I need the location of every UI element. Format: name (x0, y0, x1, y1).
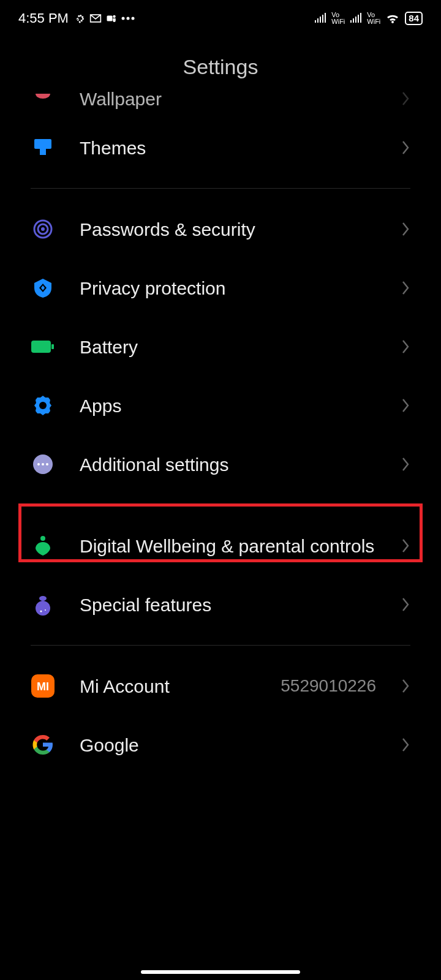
svg-rect-5 (34, 139, 51, 149)
flask-icon (31, 592, 55, 617)
svg-rect-10 (31, 341, 51, 353)
item-label: Battery (80, 335, 376, 359)
item-label: Additional settings (80, 453, 376, 477)
settings-item-apps[interactable]: Apps (0, 376, 441, 435)
mi-icon: MI (31, 674, 55, 698)
settings-item-privacy[interactable]: Privacy protection (0, 258, 441, 317)
chevron-right-icon (401, 90, 410, 107)
settings-item-wallpaper[interactable]: Wallpaper (0, 86, 441, 118)
themes-icon (31, 135, 55, 160)
status-left: 4:55 PM (18, 10, 135, 26)
svg-rect-6 (40, 149, 46, 155)
chevron-right-icon (401, 338, 410, 355)
svg-text:MI: MI (37, 680, 49, 693)
svg-point-16 (46, 463, 48, 466)
chevron-right-icon (401, 596, 410, 613)
settings-item-digital-wellbeing[interactable]: Digital Wellbeing & parental controls (0, 516, 441, 575)
settings-item-mi-account[interactable]: MI Mi Account 5529010226 (0, 657, 441, 715)
chevron-right-icon (401, 279, 410, 296)
battery-icon: 84 (405, 12, 423, 25)
page-title: Settings (0, 55, 441, 79)
svg-point-17 (40, 536, 45, 541)
wellbeing-icon (31, 533, 55, 558)
status-time: 4:55 PM (18, 10, 69, 26)
svg-point-14 (37, 463, 40, 466)
item-value: 5529010226 (281, 676, 376, 696)
svg-point-1 (113, 15, 116, 18)
settings-item-special[interactable]: Special features (0, 575, 441, 634)
svg-rect-0 (107, 16, 112, 21)
chevron-right-icon (401, 139, 410, 156)
slack-icon (75, 13, 86, 24)
item-label: Google (80, 733, 376, 757)
shield-icon (31, 276, 55, 300)
divider (31, 188, 410, 189)
svg-point-12 (39, 402, 47, 409)
chevron-right-icon (401, 221, 410, 238)
item-label: Digital Wellbeing & parental controls (80, 534, 376, 558)
wallpaper-icon (31, 86, 55, 111)
status-bar: 4:55 PM VoWiFi VoWiFi 84 (0, 0, 441, 37)
chevron-right-icon (401, 397, 410, 414)
ellipsis-circle-icon (31, 452, 55, 477)
gmail-icon (89, 13, 102, 23)
vowifi-1-icon: VoWiFi (331, 12, 345, 25)
more-icon (121, 16, 135, 21)
teams-icon (105, 13, 118, 24)
svg-point-21 (45, 609, 46, 611)
item-label: Themes (80, 136, 376, 160)
chevron-right-icon (401, 456, 410, 473)
home-indicator[interactable] (141, 970, 300, 974)
settings-item-additional[interactable]: Additional settings (0, 435, 441, 494)
settings-item-themes[interactable]: Themes (0, 118, 441, 177)
svg-point-18 (39, 596, 47, 601)
gear-icon (31, 393, 55, 418)
divider (31, 645, 410, 646)
svg-rect-11 (51, 344, 54, 349)
svg-point-19 (36, 601, 50, 616)
settings-item-google[interactable]: Google (0, 715, 441, 774)
svg-point-4 (131, 17, 134, 20)
settings-item-battery[interactable]: Battery (0, 317, 441, 376)
chevron-right-icon (401, 736, 410, 753)
signal-1-icon (314, 10, 326, 26)
page-header: Settings (0, 37, 441, 91)
item-label: Mi Account (80, 674, 256, 698)
svg-point-15 (42, 463, 44, 466)
svg-point-9 (41, 227, 45, 231)
fingerprint-icon (31, 217, 55, 241)
chevron-right-icon (401, 677, 410, 695)
item-label: Passwords & security (80, 217, 376, 241)
item-label: Special features (80, 593, 376, 617)
settings-item-passwords[interactable]: Passwords & security (0, 200, 441, 258)
settings-list: Wallpaper Themes Passwords & security Pr… (0, 86, 441, 774)
battery-icon (31, 334, 55, 359)
svg-point-3 (126, 17, 129, 20)
item-label: Apps (80, 394, 376, 418)
wifi-icon (385, 12, 400, 24)
divider (31, 505, 410, 505)
item-label: Privacy protection (80, 276, 376, 300)
svg-point-20 (40, 611, 42, 612)
notification-icons (75, 13, 135, 24)
item-label: Wallpaper (80, 87, 376, 111)
vowifi-2-icon: VoWiFi (367, 12, 380, 25)
svg-point-2 (121, 17, 124, 20)
chevron-right-icon (401, 537, 410, 554)
signal-2-icon (350, 10, 362, 26)
google-icon (31, 733, 55, 757)
status-right: VoWiFi VoWiFi 84 (314, 10, 423, 26)
